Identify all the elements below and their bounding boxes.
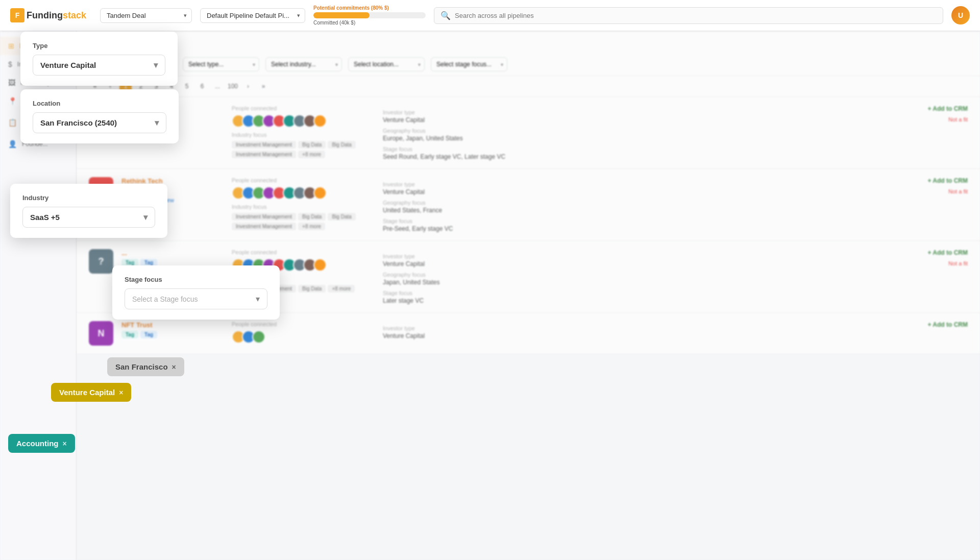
add-to-crm-button[interactable]: + Add to CRM: [927, 321, 968, 328]
logo-icon: F: [10, 8, 24, 22]
investor-list: N ...n Ventures Tag Tag ★ 5.4/10 Add rev…: [77, 97, 980, 560]
location-filter-wrap[interactable]: Select location...: [348, 57, 425, 71]
detail-label-stage: Stage focus: [383, 290, 546, 296]
stage-filter-wrap[interactable]: Select stage focus...: [431, 57, 507, 71]
page-last[interactable]: »: [257, 80, 270, 92]
detail-value-type: Venture Capital: [383, 260, 546, 267]
people-label: People connected: [232, 105, 375, 111]
pipeline-select-wrapper[interactable]: Default Pipeline Default Pi...: [200, 8, 305, 23]
actions-col: + Add to CRM: [927, 321, 968, 328]
detail-value-stage: Later stage VC: [383, 297, 546, 304]
investor-details: Investor type Venture Capital: [383, 321, 546, 339]
location-dropdown-select[interactable]: San Francisco (2540) ▾: [33, 112, 166, 133]
industry-tag-more: +8 more: [298, 151, 325, 158]
type-filter[interactable]: Select type...: [183, 57, 259, 71]
industry-dropdown-card: Industry SaaS +5 ▾: [10, 184, 167, 238]
industry-tag: Big Data: [298, 285, 326, 293]
progress-container: Potential commitments (80% $) Committed …: [313, 5, 426, 26]
sf-chip-close[interactable]: ×: [172, 363, 176, 371]
search-input[interactable]: [455, 12, 937, 19]
detail-label-type: Investor type: [383, 181, 546, 187]
logo-funding: Fundingstack: [27, 10, 86, 21]
investor-db-title: estor Database: [89, 39, 968, 52]
stage-dropdown-select[interactable]: Select a Stage focus ▾: [125, 288, 267, 309]
sf-chip-label: San Francisco: [115, 362, 168, 371]
industry-tags: Investment Management Big Data Big Data …: [232, 141, 375, 158]
chevron-down-icon: ▾: [154, 60, 158, 70]
actions-col: + Add to CRM Not a fit: [927, 177, 968, 194]
industry-dropdown-select[interactable]: SaaS +5 ▾: [22, 207, 155, 228]
add-to-crm-button[interactable]: + Add to CRM: [927, 105, 968, 112]
industry-filter[interactable]: Select industry...: [265, 57, 342, 71]
industry-filter-wrap[interactable]: Select industry...: [265, 57, 342, 71]
accounting-chip-close[interactable]: ×: [63, 440, 67, 448]
pagination: « ‹ 1 2 3 4 5 6 ... 100 › »: [77, 76, 980, 97]
actions-col: + Add to CRM Not a fit: [927, 249, 968, 266]
chevron-down-icon: ▾: [155, 118, 159, 128]
industry-dropdown-label: Industry: [22, 194, 155, 202]
progress-track: [313, 12, 426, 18]
deal-select-wrapper[interactable]: Tandem Deal: [100, 8, 192, 23]
progress-label: Potential commitments (80% $): [313, 5, 426, 11]
vc-chip-overlay: Venture Capital ×: [51, 383, 131, 402]
mini-avatar: [313, 114, 327, 128]
vc-chip-label: Venture Capital: [59, 388, 115, 397]
industry-dropdown-overlay: Industry SaaS +5 ▾: [10, 184, 167, 238]
investor-updates-icon: 🖼: [8, 79, 15, 87]
stage-dropdown-label: Stage focus: [125, 276, 267, 283]
add-to-crm-button[interactable]: + Add to CRM: [927, 177, 968, 184]
detail-value-geo: Europe, Japan, United States: [383, 135, 546, 142]
pipeline-select[interactable]: Default Pipeline Default Pi...: [200, 8, 305, 23]
accounting-chip-label: Accounting: [16, 439, 59, 448]
chevron-down-icon: ▾: [143, 212, 148, 222]
avatars-row: [232, 114, 375, 128]
type-filter-wrap[interactable]: Select type...: [183, 57, 259, 71]
topbar: F Fundingstack Tandem Deal Default Pipel…: [0, 0, 980, 31]
stage-dropdown-card: Stage focus Select a Stage focus ▾: [112, 265, 280, 320]
deal-select[interactable]: Tandem Deal: [100, 8, 192, 23]
investor-name[interactable]: ...: [121, 249, 224, 257]
industry-tag: Big Data: [298, 141, 326, 149]
people-section: People connected: [232, 321, 375, 344]
vc-chip-close[interactable]: ×: [119, 388, 123, 397]
investor-tag: Tag: [121, 331, 138, 338]
industry-focus-label: Industry focus: [232, 132, 375, 138]
location-filter[interactable]: Select location...: [348, 57, 425, 71]
table-row: N ...n Ventures Tag Tag ★ 5.4/10 Add rev…: [77, 97, 980, 169]
detail-label-type: Investor type: [383, 109, 546, 115]
investor-crm-icon: $: [8, 60, 12, 68]
page-6[interactable]: 6: [196, 80, 208, 92]
investor-logo: ?: [89, 249, 113, 274]
actions-col: + Add to CRM Not a fit: [927, 105, 968, 123]
detail-label-geo: Geography focus: [383, 128, 546, 134]
accounting-chip-overlay: Accounting ×: [8, 434, 75, 453]
industry-dropdown-value: SaaS +5: [30, 213, 60, 222]
vc-chip[interactable]: Venture Capital ×: [51, 383, 131, 402]
mini-avatar: [313, 258, 327, 272]
not-fit-label: Not a fit: [948, 116, 968, 123]
investor-name[interactable]: NFT Trust: [121, 321, 224, 329]
investor-details: Investor type Venture Capital Geography …: [383, 177, 546, 232]
page-5[interactable]: 5: [181, 80, 193, 92]
accounting-chip[interactable]: Accounting ×: [8, 434, 75, 453]
page-100[interactable]: 100: [227, 80, 239, 92]
industry-tag: Investment Management: [232, 141, 296, 149]
detail-label-stage: Stage focus: [383, 146, 546, 152]
add-to-crm-button[interactable]: + Add to CRM: [927, 249, 968, 256]
not-fit-label: Not a fit: [948, 260, 968, 266]
sf-chip[interactable]: San Francisco ×: [107, 357, 184, 376]
logo[interactable]: F Fundingstack: [10, 8, 92, 22]
type-dropdown-select[interactable]: Venture Capital ▾: [33, 55, 165, 76]
stage-filter[interactable]: Select stage focus...: [431, 57, 507, 71]
search-bar[interactable]: 🔍: [434, 7, 943, 24]
avatar[interactable]: U: [951, 6, 970, 25]
committed-label: Committed (40k $): [313, 20, 426, 26]
logo-text-funding: Funding: [27, 10, 63, 20]
location-dropdown-overlay: Location San Francisco (2540) ▾: [20, 89, 179, 143]
page-next[interactable]: ›: [242, 80, 254, 92]
progress-fill: [313, 12, 370, 18]
detail-value-stage: Pre-Seed, Early stage VC: [383, 225, 546, 232]
sf-chip-overlay: San Francisco ×: [107, 357, 184, 376]
dashboard-icon: ⊞: [8, 42, 14, 50]
avatar-initials: U: [958, 11, 963, 19]
